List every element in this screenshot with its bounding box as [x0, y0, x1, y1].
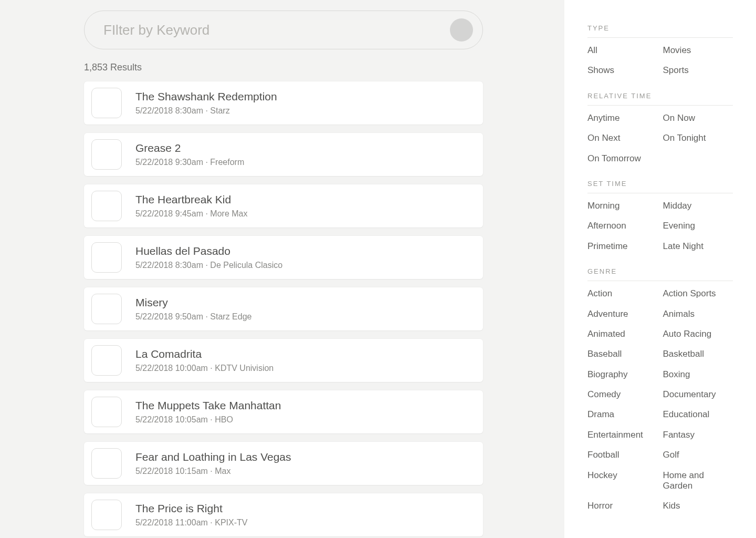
result-text: The Heartbreak Kid5/22/2018 9:45am · Mor… [135, 193, 247, 219]
search-bar [84, 11, 483, 49]
filter-item[interactable]: Drama [587, 409, 658, 420]
filter-item[interactable]: On Tonight [663, 133, 733, 143]
filter-item[interactable]: All [587, 45, 658, 56]
result-card[interactable]: Huellas del Pasado5/22/2018 8:30am · De … [84, 236, 483, 279]
result-text: Huellas del Pasado5/22/2018 8:30am · De … [135, 245, 282, 270]
result-meta: 5/22/2018 11:00am · KPIX-TV [135, 518, 247, 527]
filter-item[interactable]: Midday [663, 201, 733, 211]
filter-item[interactable]: Baseball [587, 349, 658, 359]
result-thumbnail [91, 191, 122, 221]
search-input[interactable] [103, 22, 418, 38]
results-list: The Shawshank Redemption5/22/2018 8:30am… [84, 81, 483, 536]
results-count: 1,853 Results [84, 62, 483, 73]
result-thumbnail [91, 345, 122, 376]
search-button[interactable] [450, 18, 473, 42]
result-title: Fear and Loathing in Las Vegas [135, 451, 291, 463]
main-content: 1,853 Results The Shawshank Redemption5/… [84, 11, 483, 538]
filter-item[interactable]: On Tomorrow [587, 153, 658, 164]
filter-item[interactable]: On Now [663, 113, 733, 123]
result-thumbnail [91, 242, 122, 273]
result-text: La Comadrita5/22/2018 10:00am · KDTV Uni… [135, 348, 274, 373]
filter-item[interactable]: Documentary [663, 389, 733, 400]
result-card[interactable]: The Muppets Take Manhattan5/22/2018 10:0… [84, 390, 483, 433]
result-card[interactable]: The Price is Right5/22/2018 11:00am · KP… [84, 493, 483, 536]
result-thumbnail [91, 448, 122, 479]
result-title: The Muppets Take Manhattan [135, 399, 281, 412]
filter-item[interactable]: On Next [587, 133, 658, 143]
result-title: Grease 2 [135, 142, 244, 154]
result-card[interactable]: La Comadrita5/22/2018 10:00am · KDTV Uni… [84, 339, 483, 382]
filter-grid: ActionAction SportsAdventureAnimalsAnima… [587, 288, 733, 512]
result-card[interactable]: The Shawshank Redemption5/22/2018 8:30am… [84, 81, 483, 125]
filter-item[interactable]: Hockey [587, 470, 658, 492]
filter-item[interactable]: Movies [663, 45, 733, 56]
filter-item[interactable]: Fantasy [663, 430, 733, 440]
result-meta: 5/22/2018 9:30am · Freeform [135, 158, 244, 167]
result-thumbnail [91, 397, 122, 427]
filter-section-set_time: SET TIMEMorningMiddayAfternoonEveningPri… [587, 180, 733, 252]
filter-section-relative_time: RELATIVE TIMEAnytimeOn NowOn NextOn Toni… [587, 92, 733, 164]
filter-item[interactable]: Horror [587, 501, 658, 511]
result-thumbnail [91, 500, 122, 530]
filter-item[interactable]: Anytime [587, 113, 658, 123]
filter-item[interactable]: Boxing [663, 369, 733, 380]
filter-item[interactable]: Shows [587, 65, 658, 76]
result-title: The Shawshank Redemption [135, 90, 277, 103]
filter-item[interactable]: Evening [663, 221, 733, 231]
filter-item[interactable]: Adventure [587, 309, 658, 319]
result-thumbnail [91, 294, 122, 324]
filter-section-type: TYPEAllMoviesShowsSports [587, 24, 733, 76]
result-thumbnail [91, 88, 122, 118]
result-text: The Price is Right5/22/2018 11:00am · KP… [135, 502, 247, 527]
result-title: The Heartbreak Kid [135, 193, 247, 206]
result-text: Fear and Loathing in Las Vegas5/22/2018 … [135, 451, 291, 476]
result-title: La Comadrita [135, 348, 274, 360]
filter-section-genre: GENREActionAction SportsAdventureAnimals… [587, 267, 733, 512]
filter-item[interactable]: Comedy [587, 389, 658, 400]
filter-item[interactable]: Sports [663, 65, 733, 76]
result-title: Misery [135, 296, 251, 309]
filter-item[interactable]: Action [587, 288, 658, 299]
result-card[interactable]: Fear and Loathing in Las Vegas5/22/2018 … [84, 442, 483, 485]
result-meta: 5/22/2018 9:45am · More Max [135, 209, 247, 219]
filter-item[interactable]: Primetime [587, 241, 658, 252]
filter-grid: AnytimeOn NowOn NextOn TonightOn Tomorro… [587, 113, 733, 164]
result-title: Huellas del Pasado [135, 245, 282, 257]
result-text: The Muppets Take Manhattan5/22/2018 10:0… [135, 399, 281, 425]
result-card[interactable]: The Heartbreak Kid5/22/2018 9:45am · Mor… [84, 184, 483, 227]
result-text: Misery5/22/2018 9:50am · Starz Edge [135, 296, 251, 322]
filter-item[interactable]: Afternoon [587, 221, 658, 231]
filter-item[interactable]: Entertainment [587, 430, 658, 440]
filter-item[interactable]: Kids [663, 501, 733, 511]
filter-heading: SET TIME [587, 180, 733, 193]
filter-grid: AllMoviesShowsSports [587, 45, 733, 76]
filter-item[interactable]: Animated [587, 329, 658, 339]
filter-heading: RELATIVE TIME [587, 92, 733, 106]
filter-heading: TYPE [587, 24, 733, 38]
result-meta: 5/22/2018 8:30am · Starz [135, 106, 277, 116]
result-text: Grease 25/22/2018 9:30am · Freeform [135, 142, 244, 167]
result-text: The Shawshank Redemption5/22/2018 8:30am… [135, 90, 277, 116]
filter-item[interactable]: Football [587, 450, 658, 460]
filter-item[interactable]: Auto Racing [663, 329, 733, 339]
filter-heading: GENRE [587, 267, 733, 281]
result-meta: 5/22/2018 9:50am · Starz Edge [135, 312, 251, 322]
result-meta: 5/22/2018 10:15am · Max [135, 467, 291, 476]
result-meta: 5/22/2018 8:30am · De Pelicula Clasico [135, 261, 282, 270]
result-card[interactable]: Misery5/22/2018 9:50am · Starz Edge [84, 287, 483, 330]
result-thumbnail [91, 139, 122, 170]
filter-item[interactable]: Biography [587, 369, 658, 380]
filter-item[interactable]: Morning [587, 201, 658, 211]
filter-item[interactable]: Golf [663, 450, 733, 460]
result-card[interactable]: Grease 25/22/2018 9:30am · Freeform [84, 133, 483, 176]
filters-sidebar: TYPEAllMoviesShowsSportsRELATIVE TIMEAny… [564, 0, 756, 538]
result-meta: 5/22/2018 10:05am · HBO [135, 415, 281, 425]
filter-item[interactable]: Educational [663, 409, 733, 420]
filter-item[interactable]: Late Night [663, 241, 733, 252]
filter-item[interactable]: Home and Garden [663, 470, 733, 492]
result-meta: 5/22/2018 10:00am · KDTV Univision [135, 364, 274, 373]
filter-grid: MorningMiddayAfternoonEveningPrimetimeLa… [587, 201, 733, 252]
filter-item[interactable]: Action Sports [663, 288, 733, 299]
filter-item[interactable]: Animals [663, 309, 733, 319]
filter-item[interactable]: Basketball [663, 349, 733, 359]
